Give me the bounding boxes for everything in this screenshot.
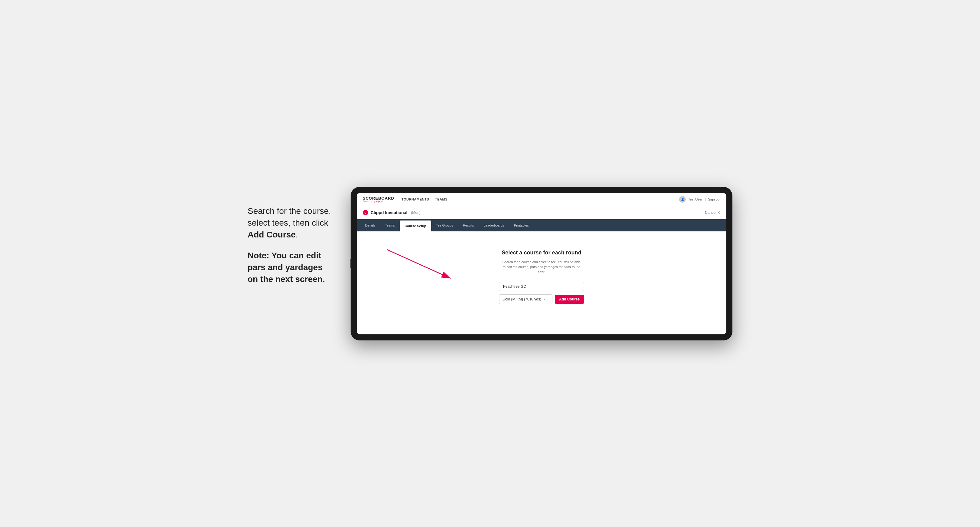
tab-results[interactable]: Results bbox=[458, 220, 479, 231]
tournament-title: C Clippd Invitational (Men) bbox=[363, 210, 421, 215]
user-avatar: 👤 bbox=[679, 196, 686, 203]
navbar-right: 👤 Test User | Sign out bbox=[679, 196, 720, 203]
tournament-gender: (Men) bbox=[411, 211, 420, 215]
tab-printables[interactable]: Printables bbox=[509, 220, 534, 231]
tab-bar: Details Teams Course Setup Tee Groups Re… bbox=[357, 219, 726, 232]
tee-select-row: Gold (M) (M) (7010 yds) × ⌄ Add Course bbox=[499, 294, 584, 304]
tee-select-controls: × ⌄ bbox=[544, 298, 549, 301]
logo-subtitle-prefix: Powered by bbox=[363, 200, 376, 203]
logo-area: SCOREBOARD Powered by clippd bbox=[363, 196, 394, 203]
tab-leaderboards[interactable]: Leaderboards bbox=[479, 220, 509, 231]
annotation-para2: Note: You can edit pars and yardages on … bbox=[248, 249, 332, 285]
navbar-separator: | bbox=[705, 197, 706, 201]
tab-teams[interactable]: Teams bbox=[380, 220, 400, 231]
logo-brand: clippd bbox=[376, 200, 382, 203]
sign-out-link[interactable]: Sign out bbox=[708, 197, 720, 201]
navbar: SCOREBOARD Powered by clippd TOURNAMENTS… bbox=[357, 193, 726, 206]
user-label: Test User bbox=[688, 197, 702, 201]
annotation-bold1: Add Course bbox=[248, 230, 296, 239]
nav-teams[interactable]: TEAMS bbox=[435, 197, 447, 201]
course-search-input[interactable] bbox=[499, 282, 584, 291]
chevron-down-icon: ⌄ bbox=[547, 298, 549, 301]
annotation-panel: Search for the course, select tees, then… bbox=[248, 187, 332, 294]
tablet-device: SCOREBOARD Powered by clippd TOURNAMENTS… bbox=[351, 187, 732, 340]
annotation-bold2: Note: You can edit pars and yardages on … bbox=[248, 251, 325, 284]
tee-select-wrapper[interactable]: Gold (M) (M) (7010 yds) × ⌄ bbox=[499, 294, 552, 304]
tournament-header: C Clippd Invitational (Men) Cancel ✕ bbox=[357, 206, 726, 219]
tablet-side-button bbox=[350, 259, 351, 268]
navbar-left: SCOREBOARD Powered by clippd TOURNAMENTS… bbox=[363, 196, 447, 203]
tab-tee-groups[interactable]: Tee Groups bbox=[431, 220, 458, 231]
section-title: Select a course for each round bbox=[501, 249, 581, 256]
main-content: Select a course for each round Search fo… bbox=[357, 232, 726, 334]
section-description: Search for a course and select a tee. Yo… bbox=[502, 260, 581, 275]
logo-subtitle: Powered by clippd bbox=[363, 200, 394, 203]
tee-select-value: Gold (M) (M) (7010 yds) bbox=[503, 297, 544, 302]
tournament-icon: C bbox=[363, 210, 368, 215]
tab-course-setup[interactable]: Course Setup bbox=[400, 221, 431, 232]
nav-tournaments[interactable]: TOURNAMENTS bbox=[401, 197, 429, 201]
avatar-icon: 👤 bbox=[681, 198, 684, 201]
tournament-name: Clippd Invitational bbox=[371, 210, 407, 215]
add-course-button[interactable]: Add Course bbox=[555, 295, 584, 304]
tab-details[interactable]: Details bbox=[360, 220, 380, 231]
clear-icon[interactable]: × bbox=[544, 298, 546, 301]
annotation-para1: Search for the course, select tees, then… bbox=[248, 205, 332, 241]
cancel-button[interactable]: Cancel ✕ bbox=[705, 211, 720, 215]
nav-links: TOURNAMENTS TEAMS bbox=[401, 197, 447, 201]
svg-line-1 bbox=[387, 249, 450, 278]
tablet-screen: SCOREBOARD Powered by clippd TOURNAMENTS… bbox=[357, 193, 726, 334]
